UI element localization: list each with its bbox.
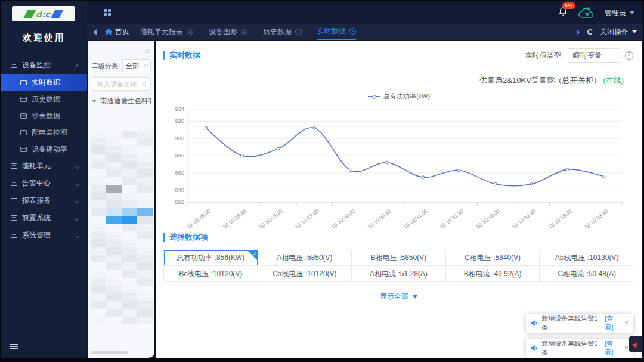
data-item-cell[interactable]: 总有功功率 :856(KW)✓ — [164, 250, 258, 266]
tab-能耗单元报表[interactable]: 能耗单元报表× — [140, 24, 193, 40]
sidebar-item-抄表数据[interactable]: 抄表数据 — [1, 107, 87, 124]
welcome-text: 欢迎使用 — [1, 32, 87, 44]
sidebar-group-设备监控[interactable]: 设备监控 — [1, 57, 87, 74]
sidebar-group-报表服务[interactable]: 报表服务 — [1, 192, 87, 209]
data-point-marker — [494, 182, 497, 185]
sidebar-nav: 设备监控实时数据历史数据抄表数据配电监控图设备稼动率能耗单元告警中心报表服务前置… — [1, 57, 87, 244]
category-select[interactable]: 全部 — [122, 59, 151, 72]
tab-label: 历史数据 — [263, 27, 292, 37]
x-axis-tick: 09-10 10:28:00 — [179, 208, 212, 228]
data-item-cell[interactable]: C相电压 :5840(V) — [446, 250, 540, 266]
device-search — [92, 77, 151, 91]
data-item-cell[interactable]: B相电流 :49.92(A) — [446, 266, 540, 281]
chevron-down-icon — [75, 234, 79, 238]
data-point-marker — [205, 126, 208, 129]
tab-home[interactable]: 首页 — [105, 27, 129, 37]
utilization-icon — [20, 147, 27, 152]
data-item-value: Ab线电压 :10130(V) — [555, 253, 619, 263]
toast-offline-alarm-2: 新增设备离线告警1条[查看] × — [526, 339, 633, 358]
value-type-label: 实时值类型: — [525, 51, 563, 61]
brand-logo: d:c — [12, 6, 75, 21]
refresh-icon[interactable]: C — [587, 27, 593, 36]
close-circle-icon[interactable]: × — [349, 28, 356, 35]
data-item-cell[interactable]: Ca线电压 :10120(V) — [258, 266, 352, 281]
sidebar-item-label: 历史数据 — [32, 94, 60, 104]
toast-view-link[interactable]: [查看] — [605, 339, 621, 357]
horizontal-scrollbar[interactable] — [91, 351, 128, 354]
cloud-signal-pi-icon[interactable]: π — [577, 5, 595, 20]
sidebar-group-告警中心[interactable]: 告警中心 — [1, 175, 87, 192]
data-item-value: B相电压 :5850(V) — [371, 253, 426, 263]
forward-arrow-icon[interactable] — [577, 29, 580, 35]
chart-legend[interactable]: 总有功功率(kW) — [163, 92, 634, 101]
y-axis-tick: 920 — [175, 117, 184, 124]
sidebar-item-设备稼动率[interactable]: 设备稼动率 — [1, 141, 87, 157]
tree-root-node[interactable]: 南通迪爱生色料有限公 — [92, 97, 151, 106]
data-item-value: Bc线电压 :10120(V) — [179, 269, 242, 279]
user-menu[interactable]: 管理员 — [605, 8, 634, 18]
sidebar-item-label: 抄表数据 — [32, 111, 60, 121]
tab-历史数据[interactable]: 历史数据× — [263, 24, 302, 40]
distribution-monitor-icon — [20, 130, 27, 135]
close-icon[interactable]: × — [624, 319, 628, 327]
topbar: 99+ π 管理员 — [87, 1, 643, 24]
value-type-select[interactable]: 瞬时变量 — [568, 48, 620, 63]
pointer-widget[interactable] — [629, 336, 642, 352]
sidebar-collapse-icon[interactable] — [10, 342, 18, 351]
tab-label: 设备图形 — [209, 27, 237, 37]
sidebar-item-实时数据[interactable]: 实时数据 — [1, 74, 87, 91]
sidebar-group-label: 能耗单元 — [22, 161, 51, 171]
data-item-cell[interactable]: B相电压 :5850(V) — [352, 250, 446, 266]
device-status-online: (在线) — [603, 76, 624, 85]
data-item-value: 总有功功率 :856(KW) — [177, 253, 244, 263]
data-item-cell[interactable]: A相电压 :5850(V) — [258, 250, 352, 266]
y-axis-tick: 900 — [175, 135, 184, 141]
close-circle-icon[interactable]: × — [241, 29, 247, 35]
toast-view-link[interactable]: [查看] — [605, 314, 621, 332]
data-item-cell[interactable]: Ab线电压 :10130(V) — [540, 250, 634, 266]
back-arrow-icon[interactable] — [93, 29, 97, 35]
tree-expand-icon[interactable] — [92, 100, 97, 103]
sidebar-group-label: 前置系统 — [22, 213, 51, 223]
data-item-value: C相电压 :5840(V) — [465, 253, 521, 263]
logo-green-bar — [24, 10, 36, 18]
data-point-marker — [422, 176, 425, 179]
close-circle-icon[interactable]: × — [187, 29, 193, 35]
toast-offline-alarm-1: 新增设备离线告警1条[查看] × — [526, 314, 633, 333]
toast-text: 新增设备离线告警1条 — [541, 339, 601, 357]
sidebar-item-历史数据[interactable]: 历史数据 — [1, 91, 87, 107]
power-line-chart[interactable]: 93492090088086084082609-10 10:28:0009-10… — [164, 102, 634, 228]
show-all-button[interactable]: 显示全部 — [163, 292, 634, 302]
front-system-icon — [11, 215, 17, 221]
notification-bell[interactable]: 99+ — [558, 7, 568, 19]
sidebar-item-配电监控图[interactable]: 配电监控图 — [1, 124, 87, 141]
x-axis-tick: 09-10 10:30:30 — [360, 208, 392, 228]
show-all-label: 显示全部 — [380, 292, 408, 302]
close-icon[interactable]: × — [624, 344, 628, 352]
question-icon[interactable]: ? — [625, 51, 633, 60]
tab-label: 实时数据 — [317, 26, 346, 36]
search-icon — [142, 81, 147, 87]
data-item-cell[interactable]: C相电流 :50.48(A) — [540, 266, 634, 281]
sidebar-group-前置系统[interactable]: 前置系统 — [1, 209, 87, 227]
close-circle-icon[interactable]: × — [295, 29, 302, 35]
svg-text:π: π — [585, 11, 589, 17]
realtime-data-panel: 实时数据 实时值类型: 瞬时变量 ? 供電局2&10KV受電盤（总开关柜） (在… — [156, 41, 642, 358]
logo-blue-bar — [51, 10, 63, 18]
y-axis-tick: 860 — [175, 169, 184, 176]
tab-设备图形[interactable]: 设备图形× — [209, 24, 247, 40]
device-search-input[interactable] — [96, 80, 140, 88]
toast-text: 新增设备离线告警1条 — [541, 314, 601, 332]
sidebar-group-能耗单元[interactable]: 能耗单元 — [1, 157, 87, 175]
list-icon[interactable]: ≡ — [144, 45, 150, 55]
value-type-value: 瞬时变量 — [573, 51, 602, 61]
data-point-marker — [458, 169, 461, 172]
close-operations-menu[interactable]: 关闭操作 — [600, 27, 637, 37]
sidebar-group-系统管理[interactable]: 系统管理 — [1, 227, 87, 244]
tab-实时数据[interactable]: 实时数据× — [317, 24, 356, 40]
open-tabs: 能耗单元报表×设备图形×历史数据×实时数据× — [140, 24, 356, 40]
data-item-cell[interactable]: A相电流 :51.28(A) — [352, 266, 446, 281]
data-point-marker — [277, 147, 280, 150]
apps-grid-icon[interactable] — [104, 9, 111, 16]
data-item-cell[interactable]: Bc线电压 :10120(V) — [164, 266, 258, 281]
